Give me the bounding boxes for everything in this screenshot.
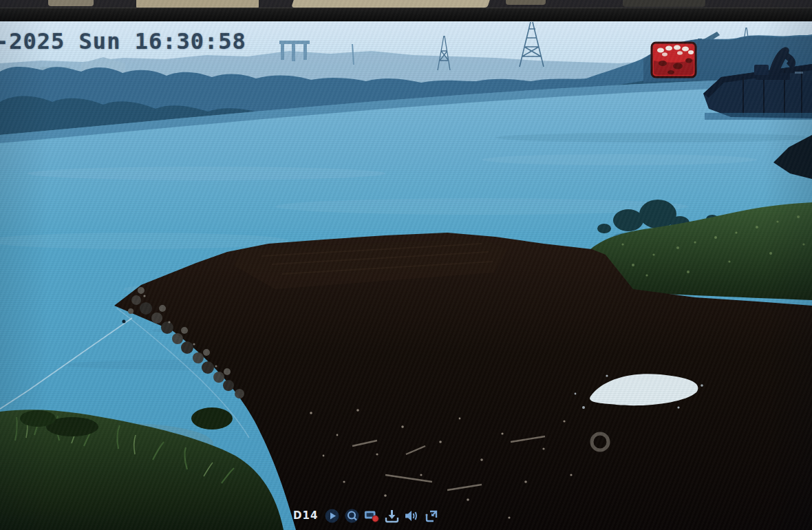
osd-timestamp: -2025 Sun 16:30:58: [0, 28, 246, 54]
monitor-photo: -2025 Sun 16:30:58 D14: [0, 0, 812, 530]
play-icon: [325, 509, 339, 523]
record-button[interactable]: [364, 508, 379, 523]
playback-control-bar: D14: [293, 507, 439, 524]
monitor-bezel: [0, 8, 812, 21]
gantry-structure: [279, 41, 310, 61]
record-camera-icon: [364, 508, 379, 523]
wall-patch: [291, 0, 490, 8]
wall-patch: [623, 0, 705, 7]
snapshot-icon: [385, 509, 399, 523]
zoom-icon: [345, 509, 359, 523]
channel-label: D14: [293, 509, 318, 522]
digital-zoom-button[interactable]: [344, 508, 359, 523]
audio-button[interactable]: [404, 508, 419, 523]
wall-patch: [48, 0, 94, 6]
speaker-icon: [404, 509, 419, 523]
play-button[interactable]: [324, 508, 339, 523]
fullscreen-icon: [425, 509, 439, 523]
cctv-video-frame: [0, 0, 812, 530]
wall-patch: [506, 0, 546, 5]
red-logo-watermark: [652, 43, 696, 77]
fullscreen-button[interactable]: [424, 508, 439, 523]
snapshot-button[interactable]: [384, 508, 399, 523]
